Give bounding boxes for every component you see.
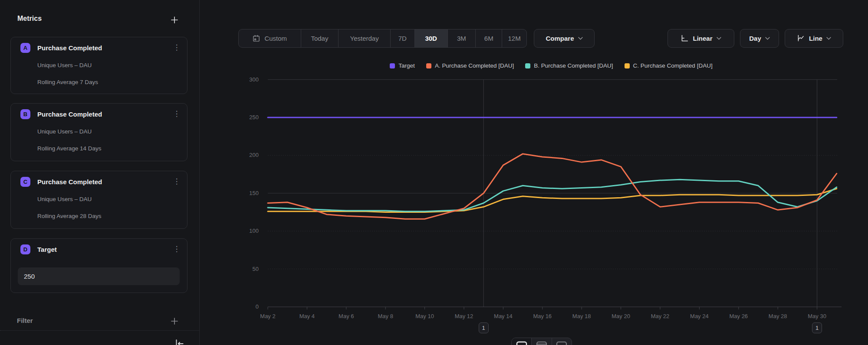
line-chart-icon (797, 34, 805, 42)
add-metric-button[interactable] (169, 15, 180, 25)
range-30d-active[interactable]: 30D (414, 29, 447, 47)
chart-action-button-1[interactable] (512, 338, 531, 345)
x-tick-label: May 8 (368, 313, 403, 319)
range-label: Custom (264, 35, 287, 42)
legend-swatch-target (390, 63, 395, 68)
range-label: Yesterday (350, 35, 379, 42)
target-value-input[interactable] (18, 267, 180, 285)
x-tick-label: May 30 (800, 313, 835, 319)
legend-swatch-b (525, 63, 530, 68)
kebab-menu-icon[interactable]: ⋮ (172, 244, 181, 254)
panel-icon (536, 341, 547, 345)
y-tick-label: 200 (226, 151, 259, 159)
metric-badge: C (20, 177, 30, 187)
granularity-select-button[interactable]: Day (740, 29, 779, 48)
calendar-icon (252, 34, 260, 42)
range-custom[interactable]: Custom (239, 29, 301, 47)
annotation-badge[interactable]: 1 (479, 322, 489, 333)
range-label: 6M (484, 35, 493, 42)
panel-icon (516, 341, 527, 345)
chart-type-select-button[interactable]: Line (785, 29, 843, 48)
x-tick-label: May 26 (721, 313, 756, 319)
x-tick-label: May 6 (329, 313, 364, 319)
plus-icon (170, 317, 179, 325)
chart-actions-toolbar (511, 338, 572, 345)
chart-legend: Target A. Purchase Completed [DAU] B. Pu… (260, 62, 842, 69)
chevron-down-icon (717, 37, 721, 40)
target-title: Target (37, 246, 57, 253)
add-filter-button[interactable] (169, 316, 180, 326)
legend-item-b[interactable]: B. Purchase Completed [DAU] (525, 62, 613, 69)
metric-subtitle-rollup: Rolling Average 28 Days (37, 213, 102, 219)
legend-label: B. Purchase Completed [DAU] (534, 62, 613, 69)
x-tick-label: May 4 (289, 313, 324, 319)
kebab-menu-icon[interactable]: ⋮ (172, 109, 181, 119)
range-label: 3M (457, 35, 466, 42)
x-tick-label: May 2 (250, 313, 285, 319)
x-tick-label: May 18 (564, 313, 599, 319)
metric-title: Purchase Completed (37, 178, 102, 186)
x-tick-label: May 12 (447, 313, 481, 319)
metric-subtitle-type: Unique Users – DAU (37, 62, 92, 68)
y-tick-label: 0 (226, 303, 259, 311)
range-label: 12M (508, 35, 520, 42)
scale-select-button[interactable]: Linear (667, 29, 734, 48)
legend-label: Target (398, 62, 415, 69)
collapse-sidebar-icon (174, 338, 185, 345)
range-label: 30D (425, 35, 437, 42)
x-tick-label: May 28 (760, 313, 795, 319)
compare-button[interactable]: Compare (534, 29, 595, 48)
chart-svg[interactable] (260, 74, 842, 316)
metrics-sidebar: Metrics A Purchase Completed ⋮ Unique Us… (0, 0, 200, 345)
panel-icon (556, 341, 567, 345)
chart-action-button-3[interactable] (552, 338, 572, 345)
legend-item-a[interactable]: A. Purchase Completed [DAU] (426, 62, 514, 69)
metric-subtitle-rollup: Rolling Average 7 Days (37, 79, 98, 85)
legend-swatch-c (625, 63, 630, 68)
sidebar-title: Metrics (17, 15, 42, 23)
x-tick-label: May 16 (525, 313, 560, 319)
metric-card-a[interactable]: A Purchase Completed ⋮ Unique Users – DA… (10, 37, 187, 94)
target-card[interactable]: D Target ⋮ (10, 238, 187, 293)
metric-badge: B (20, 109, 30, 119)
plus-icon (170, 16, 179, 24)
annotation-badge[interactable]: 1 (812, 322, 822, 333)
linear-scale-icon (681, 34, 689, 42)
metric-badge: D (20, 244, 30, 254)
chevron-down-icon (578, 37, 583, 40)
metric-card-b[interactable]: B Purchase Completed ⋮ Unique Users – DA… (10, 103, 187, 161)
x-tick-label: May 24 (682, 313, 717, 319)
chart-type-label: Line (809, 35, 822, 42)
legend-item-c[interactable]: C. Purchase Completed [DAU] (625, 62, 713, 69)
date-range-control: Custom Today Yesterday 7D 30D 3M 6M 12M (238, 29, 527, 48)
x-tick-label: May 10 (408, 313, 442, 319)
legend-swatch-a (426, 63, 431, 68)
metric-title: Purchase Completed (37, 111, 102, 118)
sidebar-divider (0, 330, 200, 331)
kebab-menu-icon[interactable]: ⋮ (172, 42, 181, 53)
metric-card-c[interactable]: C Purchase Completed ⋮ Unique Users – DA… (10, 171, 187, 229)
granularity-label: Day (749, 35, 761, 42)
x-tick-label: May 22 (643, 313, 677, 319)
chevron-down-icon (765, 37, 770, 40)
range-6m[interactable]: 6M (475, 29, 502, 47)
y-tick-label: 250 (226, 114, 259, 121)
legend-item-target[interactable]: Target (390, 62, 415, 69)
y-tick-label: 150 (226, 189, 259, 197)
metric-subtitle-type: Unique Users – DAU (37, 128, 92, 135)
metric-subtitle-rollup: Rolling Average 14 Days (37, 145, 102, 152)
range-yesterday[interactable]: Yesterday (338, 29, 390, 47)
chart-action-button-2[interactable] (531, 338, 551, 345)
collapse-sidebar-button[interactable] (173, 338, 185, 345)
metric-badge: A (20, 43, 30, 53)
scale-label: Linear (693, 35, 712, 42)
range-today[interactable]: Today (301, 29, 339, 47)
kebab-menu-icon[interactable]: ⋮ (172, 176, 181, 187)
range-12m[interactable]: 12M (502, 29, 526, 47)
range-3m[interactable]: 3M (447, 29, 476, 47)
legend-label: A. Purchase Completed [DAU] (435, 62, 514, 69)
range-label: Today (311, 35, 328, 42)
x-tick-label: May 14 (486, 313, 520, 319)
filter-section-title: Filter (17, 317, 33, 324)
range-7d[interactable]: 7D (390, 29, 414, 47)
